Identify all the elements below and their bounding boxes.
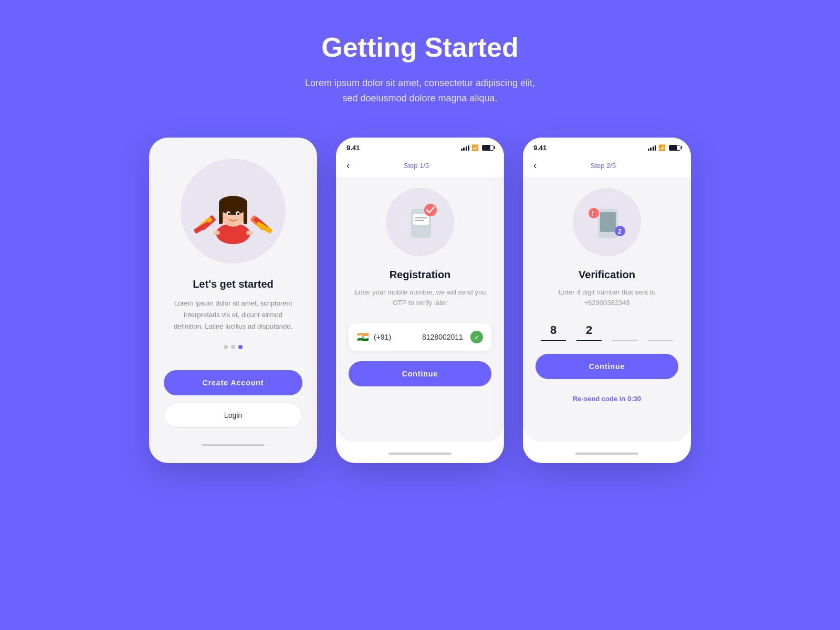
svg-text:2: 2: [618, 228, 622, 235]
battery-icon-3: [669, 145, 680, 151]
status-icons-2: 📶: [461, 144, 494, 151]
otp-digit-4[interactable]: [648, 323, 673, 341]
resend-prefix: Re-send code in: [573, 395, 627, 403]
verification-illustration: ! 2: [583, 198, 631, 246]
status-bar-2: 9.41 📶: [336, 138, 504, 156]
battery-fill-2: [482, 145, 490, 150]
onboarding-content: Let's get started Lorem ipsum dolor sit …: [164, 159, 302, 434]
page-title: Getting Started: [305, 32, 535, 63]
nav-bar-2: ‹ Step 1/5: [336, 156, 504, 177]
step-indicator-3: Step 2/5: [591, 162, 616, 170]
bottom-bar-3: [575, 453, 638, 455]
svg-rect-3: [219, 205, 223, 224]
status-bar-3: 9.41 📶: [523, 138, 691, 156]
status-time-3: 9.41: [533, 144, 547, 152]
valid-check-icon: ✓: [470, 331, 483, 343]
signal-bars-3: [648, 144, 657, 151]
bar2: [463, 148, 465, 151]
otp-input-row[interactable]: 8 2: [536, 323, 678, 341]
svg-point-8: [228, 213, 230, 215]
onboard-title: Let's get started: [193, 278, 274, 290]
dot-2: [231, 345, 235, 349]
page-header: Getting Started Lorem ipsum dolor sit am…: [305, 32, 535, 106]
svg-point-25: [424, 204, 437, 216]
svg-point-10: [223, 216, 227, 218]
step-indicator-2: Step 1/5: [404, 162, 429, 170]
registration-desc: Enter your mobile number, we will send y…: [349, 287, 491, 309]
registration-illustration: [396, 198, 444, 246]
registration-continue-button[interactable]: Continue: [349, 361, 491, 386]
phone-registration: 9.41 📶 ‹ Step 1/5: [336, 138, 504, 463]
wifi-icon-3: 📶: [658, 144, 666, 151]
back-button-2[interactable]: ‹: [346, 160, 350, 171]
svg-text:!: !: [592, 210, 594, 217]
create-account-button[interactable]: Create Account: [164, 370, 302, 395]
registration-body: Registration Enter your mobile number, w…: [336, 177, 504, 442]
signal-bars-2: [461, 144, 470, 151]
pagination-dots: [224, 345, 243, 349]
resend-text: Re-send code in 0:30: [573, 395, 641, 403]
svg-point-5: [219, 196, 247, 209]
login-button[interactable]: Login: [164, 403, 302, 428]
verification-continue-button[interactable]: Continue: [536, 354, 678, 379]
svg-rect-13: [246, 230, 253, 234]
phone-number-value[interactable]: 8128002011: [422, 333, 465, 341]
flag-icon: 🇮🇳: [357, 331, 369, 343]
verification-body: ! 2 Verification Enter 4 digit number th…: [523, 177, 691, 442]
wifi-icon-2: 📶: [471, 144, 479, 151]
phones-container: Let's get started Lorem ipsum dolor sit …: [149, 138, 691, 463]
back-button-3[interactable]: ‹: [533, 160, 537, 171]
battery-fill-3: [669, 145, 677, 150]
phone-code: (+91): [374, 333, 417, 341]
svg-point-11: [239, 216, 244, 218]
otp-digit-1[interactable]: 8: [541, 323, 566, 341]
phone-verification: 9.41 📶 ‹ Step 2/5: [523, 138, 691, 463]
bar1-3: [648, 149, 649, 151]
svg-rect-22: [413, 214, 429, 225]
status-icons-3: 📶: [648, 144, 681, 151]
phone-onboarding: Let's get started Lorem ipsum dolor sit …: [149, 138, 317, 463]
avatar-circle: [181, 159, 286, 264]
bottom-bar-2: [388, 453, 452, 455]
svg-point-9: [237, 213, 240, 215]
nav-bar-3: ‹ Step 2/5: [523, 156, 691, 177]
status-time-2: 9.41: [346, 144, 360, 152]
bar2-3: [650, 148, 652, 151]
registration-title: Registration: [390, 269, 451, 281]
otp-digit-2[interactable]: 2: [576, 323, 602, 341]
verification-desc: Enter 4 digit number that sent to +62900…: [536, 287, 678, 309]
registration-icon-circle: [386, 188, 454, 256]
bottom-bar-1: [202, 444, 265, 446]
bar4: [468, 145, 469, 151]
svg-rect-12: [213, 230, 220, 234]
page-subtitle: Lorem ipsum dolor sit amet, consectetur …: [305, 76, 535, 106]
verification-icon-circle: ! 2: [573, 188, 641, 256]
bar3: [466, 146, 467, 151]
otp-digit-3[interactable]: [612, 323, 637, 341]
onboard-desc: Lorem ipsum dolor sit amet, scriptorem i…: [164, 298, 302, 332]
battery-icon-2: [482, 145, 494, 151]
svg-rect-4: [244, 205, 247, 224]
svg-point-29: [589, 208, 599, 218]
avatar-illustration: [186, 164, 280, 258]
svg-rect-28: [600, 212, 616, 232]
phone-input-field: 🇮🇳 (+91) 8128002011 ✓: [349, 323, 491, 351]
verification-title: Verification: [579, 269, 635, 281]
bar4-3: [655, 145, 656, 151]
dot-1: [224, 345, 228, 349]
bar3-3: [653, 146, 654, 151]
dot-3: [238, 345, 243, 349]
resend-time[interactable]: 0:30: [627, 395, 641, 403]
bar1: [461, 149, 463, 151]
